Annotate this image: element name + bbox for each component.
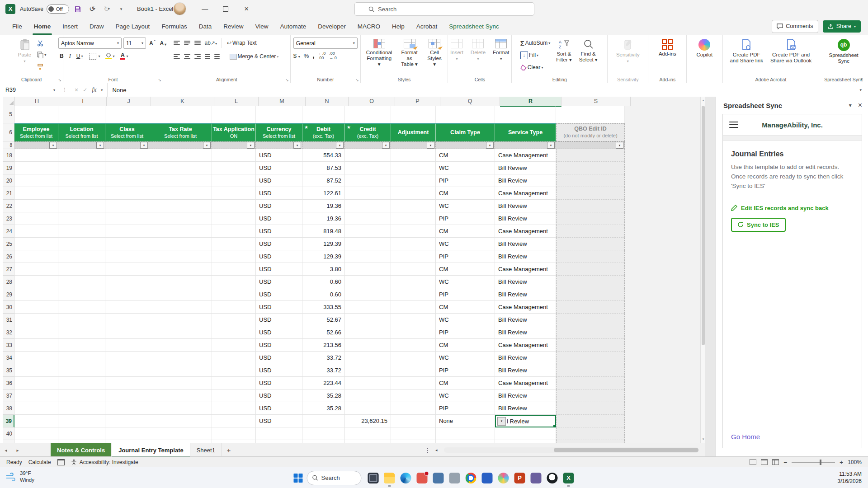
cell-I32[interactable] <box>58 326 105 339</box>
ribbon-tab-automate[interactable]: Automate <box>274 18 312 35</box>
cell-N30[interactable]: 333.55 <box>302 301 345 314</box>
cell-J29[interactable] <box>105 288 149 301</box>
row-header-38[interactable]: 38 <box>3 402 14 415</box>
cell-L18[interactable] <box>212 149 256 162</box>
cell-R33[interactable]: Case Management <box>495 339 556 352</box>
row-header-36[interactable]: 36 <box>3 377 14 389</box>
cell-N34[interactable]: 33.72 <box>302 352 345 364</box>
insert-cells-button[interactable]: Insert▾ <box>448 38 466 62</box>
cell-H37[interactable] <box>14 389 58 402</box>
macro-record-icon[interactable] <box>57 459 65 465</box>
cell-N37[interactable]: 35.28 <box>302 389 345 402</box>
cell-K20[interactable] <box>149 174 212 187</box>
autosave-toggle[interactable]: Off <box>47 5 69 14</box>
paste-button[interactable]: Paste ▾ <box>15 38 34 65</box>
filter-dropdown-icon[interactable]: ▾ <box>247 142 255 149</box>
bold-button[interactable]: B <box>58 51 65 61</box>
horizontal-scroll-thumb[interactable] <box>554 448 698 452</box>
cell-L37[interactable] <box>212 389 256 402</box>
cell-J20[interactable] <box>105 174 149 187</box>
horizontal-scrollbar[interactable] <box>444 447 699 453</box>
cell-L25[interactable] <box>212 238 256 250</box>
cell-K35[interactable] <box>149 364 212 377</box>
percent-style-button[interactable]: % <box>304 52 309 59</box>
row-header-5[interactable]: 5 <box>3 106 14 123</box>
cell-L38[interactable] <box>212 402 256 415</box>
scroll-left-icon[interactable]: ◂ <box>435 443 438 457</box>
cell-P39[interactable] <box>391 415 436 427</box>
cell-H36[interactable] <box>14 377 58 389</box>
filter-dropdown-icon[interactable]: ▾ <box>547 142 555 149</box>
cell-H34[interactable] <box>14 352 58 364</box>
increase-indent-button[interactable] <box>214 54 220 59</box>
cell-Q21[interactable]: CM <box>436 187 495 200</box>
cell-J33[interactable] <box>105 339 149 352</box>
chrome-icon[interactable] <box>465 472 477 484</box>
ribbon-tab-formulas[interactable]: Formulas <box>156 18 193 35</box>
row-header-21[interactable]: 21 <box>3 187 14 200</box>
cell-J28[interactable] <box>105 276 149 288</box>
word-app-icon[interactable] <box>481 472 493 484</box>
delete-cells-button[interactable]: Delete▾ <box>468 38 488 62</box>
cell-M36[interactable]: USD <box>256 377 302 389</box>
cell-H21[interactable] <box>14 187 58 200</box>
align-middle-button[interactable] <box>184 41 190 45</box>
cell-S39[interactable] <box>556 415 625 427</box>
add-sheet-button[interactable]: + <box>222 443 236 457</box>
cell-R26[interactable]: Bill Review <box>495 250 556 263</box>
cell-L22[interactable] <box>212 200 256 212</box>
user-avatar[interactable] <box>173 2 186 15</box>
cell-N5[interactable] <box>302 106 345 123</box>
notes-app-icon[interactable] <box>433 472 444 484</box>
filter-dropdown-icon[interactable]: ▾ <box>616 142 623 149</box>
selected-cell-R39[interactable]: ▾l Review <box>495 415 556 427</box>
cell-N20[interactable]: 87.52 <box>302 174 345 187</box>
cell-S36[interactable] <box>556 377 625 389</box>
menu-icon[interactable] <box>729 122 738 128</box>
cell-L30[interactable] <box>212 301 256 314</box>
cancel-formula-icon[interactable]: × <box>75 86 78 94</box>
cell-H18[interactable] <box>14 149 58 162</box>
cell-H24[interactable] <box>14 225 58 238</box>
cell-K29[interactable] <box>149 288 212 301</box>
cell-S25[interactable] <box>556 238 625 250</box>
cell-I39[interactable] <box>58 415 105 427</box>
cell-I40[interactable] <box>58 427 105 440</box>
formula-input[interactable]: None <box>108 87 859 94</box>
cell-H27[interactable] <box>14 263 58 276</box>
filter-dropdown-icon[interactable]: ▾ <box>382 142 390 149</box>
cell-O21[interactable] <box>345 187 391 200</box>
cell-M30[interactable]: USD <box>256 301 302 314</box>
align-right-button[interactable] <box>194 54 201 59</box>
cell-J37[interactable] <box>105 389 149 402</box>
ribbon-tab-help[interactable]: Help <box>386 18 410 35</box>
cell-R22[interactable]: Bill Review <box>495 200 556 212</box>
cell-S29[interactable] <box>556 288 625 301</box>
sheet-tab-sheet1[interactable]: Sheet1 <box>190 443 222 457</box>
cell-K19[interactable] <box>149 162 212 174</box>
cell-L27[interactable] <box>212 263 256 276</box>
page-layout-view-icon[interactable] <box>761 459 768 465</box>
row-header-40[interactable]: 40 <box>3 427 14 440</box>
cell-P27[interactable] <box>391 263 436 276</box>
cell-R31[interactable]: Bill Review <box>495 314 556 326</box>
cell-O29[interactable] <box>345 288 391 301</box>
cell-P26[interactable] <box>391 250 436 263</box>
cell-R37[interactable]: Bill Review <box>495 389 556 402</box>
cell-O26[interactable] <box>345 250 391 263</box>
cell-S22[interactable] <box>556 200 625 212</box>
cell-N18[interactable]: 554.33 <box>302 149 345 162</box>
column-header-Q[interactable]: Q <box>440 97 500 106</box>
status-calculate[interactable]: Calculate <box>28 459 51 465</box>
start-button[interactable] <box>294 474 303 483</box>
row-header-20[interactable]: 20 <box>3 174 14 187</box>
cell-S5[interactable] <box>556 106 625 123</box>
cell-P38[interactable] <box>391 402 436 415</box>
cell-M25[interactable]: USD <box>256 238 302 250</box>
cell-N22[interactable]: 19.36 <box>302 200 345 212</box>
cell-P35[interactable] <box>391 364 436 377</box>
cell-S34[interactable] <box>556 352 625 364</box>
ribbon-tab-file[interactable]: File <box>6 18 28 35</box>
cell-K21[interactable] <box>149 187 212 200</box>
save-button[interactable] <box>72 3 84 15</box>
